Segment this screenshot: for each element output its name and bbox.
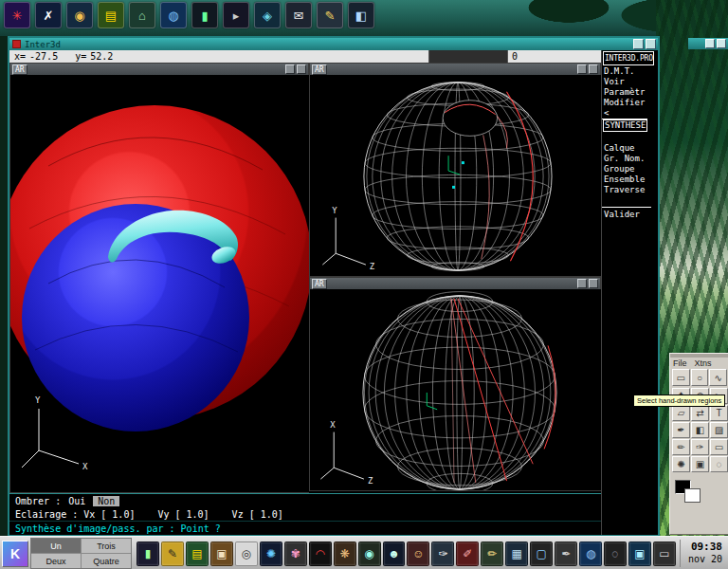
vz-value[interactable]: Vz [ 1.0] [232, 509, 283, 520]
menu-item-ensemble[interactable]: Ensemble [602, 174, 655, 185]
books-icon[interactable]: ▤ [186, 541, 209, 566]
text-tool[interactable]: T [710, 405, 728, 421]
pencil-tool[interactable]: ✏ [672, 439, 690, 455]
background-window-titlebar[interactable] [688, 38, 728, 49]
menu-item-gr-nom[interactable]: Gr. Nom. [602, 154, 655, 164]
viewport-wire-front-header[interactable]: AR [310, 64, 600, 75]
color-picker-tool[interactable]: ✒ [672, 422, 690, 438]
paint-icon[interactable]: ◧ [348, 2, 374, 28]
eraser-tool[interactable]: ▭ [710, 439, 728, 455]
ombrer-option-non[interactable]: Non [93, 496, 119, 506]
workspace-trois[interactable]: Trois [82, 539, 131, 553]
gimp-toolbox-window: File Xtns ▭○∿ ✥⊕✂▱⇄T✒◧▨✏✑▭✺▣◌ [669, 353, 728, 535]
menu-item-valider[interactable]: Valider [602, 207, 651, 220]
titlebar[interactable]: Inter3d [9, 38, 658, 50]
minimize-icon[interactable] [705, 39, 715, 48]
menu-item-synthese[interactable]: SYNTHESE [603, 119, 647, 132]
bucket-fill-tool[interactable]: ◧ [691, 422, 709, 438]
iconify-button[interactable] [633, 39, 644, 49]
viewport-minimize-icon[interactable] [285, 64, 295, 74]
workspace-un[interactable]: Un [31, 539, 81, 553]
axis-triad [22, 409, 79, 468]
maximize-button[interactable] [646, 39, 656, 49]
airbrush-tool[interactable]: ✺ [672, 456, 690, 472]
display-icon[interactable]: ▢ [530, 541, 553, 566]
shaded-3d-canvas[interactable]: Y X [10, 75, 310, 492]
workspace-deux[interactable]: Deux [31, 554, 81, 568]
picker-icon[interactable]: ✒ [555, 541, 577, 566]
viewport-minimize-icon[interactable] [577, 64, 587, 74]
menu-item-voir[interactable]: Voir [602, 77, 655, 87]
ombrer-option-oui[interactable]: Oui [66, 496, 87, 506]
mascot-icon[interactable]: ◉ [66, 2, 93, 28]
wireframe-front-canvas[interactable]: Y Z [310, 75, 602, 276]
package-icon[interactable]: ▣ [210, 541, 233, 566]
taskbar: K UnDeuxTroisQuatre ▮✎▤▣◎✺✾◠❋◉☻☺✑✐✏▦▢✒◍◌… [0, 536, 728, 569]
gimp-menu-xtns[interactable]: Xtns [695, 358, 712, 368]
workspace-quatre[interactable]: Quatre [82, 554, 131, 568]
viewport-maximize-icon[interactable] [297, 64, 306, 74]
cd-icon[interactable]: ◌ [604, 541, 627, 566]
menu-item-separator[interactable]: < [602, 108, 647, 119]
wireframe-top-canvas[interactable]: X Z [310, 289, 602, 490]
books-icon[interactable]: ▤ [98, 2, 124, 28]
network-icon[interactable]: ◈ [254, 2, 281, 28]
ghost-icon[interactable]: ☻ [383, 541, 406, 566]
vy-value[interactable]: Vy [ 1.0] [157, 509, 209, 520]
viewport-maximize-icon[interactable] [589, 64, 598, 74]
editor-icon[interactable]: ✎ [317, 2, 343, 28]
molecule-icon[interactable]: ✺ [260, 541, 282, 566]
notes-icon[interactable]: ✎ [161, 541, 184, 566]
x-window-icon[interactable]: ✗ [35, 2, 62, 28]
maximize-icon[interactable] [717, 39, 726, 48]
viewport-minimize-icon[interactable] [577, 279, 587, 288]
convolve-tool[interactable]: ◌ [710, 456, 728, 472]
globe-icon[interactable]: ◍ [579, 541, 602, 566]
terminal-icon[interactable]: ▮ [191, 2, 218, 28]
menu-item-calque[interactable]: Calque [602, 143, 655, 154]
viewport-shaded-header[interactable]: AR [10, 64, 308, 75]
monitor-icon[interactable]: ▣ [628, 541, 651, 566]
terminal-icon[interactable]: ▮ [136, 541, 159, 566]
menu-item-groupe[interactable]: Groupe [602, 164, 655, 174]
media-player-icon[interactable]: ▸ [223, 2, 249, 28]
globe-icon[interactable]: ◍ [160, 2, 187, 28]
vx-value[interactable]: Vx [ 1.0] [83, 509, 135, 520]
start-menu-icon[interactable]: K [2, 541, 28, 567]
background-color[interactable] [684, 488, 701, 503]
eye-icon[interactable]: ◉ [358, 541, 381, 566]
pencil-icon[interactable]: ✏ [481, 541, 503, 566]
rainbow-icon[interactable]: ◠ [309, 541, 332, 566]
mail-icon[interactable]: ✉ [285, 2, 312, 28]
menu-item-traverse[interactable]: Traverse [602, 185, 655, 195]
viewport-maximize-icon[interactable] [589, 279, 598, 288]
pinwheel-icon[interactable]: ✳ [4, 2, 30, 28]
calculator-icon[interactable]: ▦ [505, 541, 528, 566]
menu-item-param-tr[interactable]: Paramètr [602, 87, 655, 98]
pen-icon[interactable]: ✑ [431, 541, 454, 566]
free-select-tool[interactable]: ∿ [709, 369, 727, 386]
y-label: y= [75, 51, 86, 62]
taskbar-icon-row: ▮✎▤▣◎✺✾◠❋◉☻☺✑✐✏▦▢✒◍◌▣▭ [136, 541, 676, 566]
home-icon[interactable]: ⌂ [129, 2, 155, 28]
window-menu-icon[interactable] [12, 40, 21, 48]
gimp-menu-file[interactable]: File [673, 358, 687, 368]
menu-item-modifier[interactable]: Modifier [602, 98, 655, 108]
paintbrush-tool[interactable]: ✑ [691, 439, 709, 455]
paw-icon[interactable]: ❋ [334, 541, 356, 566]
printer-icon[interactable]: ▭ [653, 541, 676, 566]
viewport-wire-front: AR [309, 63, 601, 277]
command-prompt[interactable]: Synthèse d'image/pass. par : Point ? [9, 521, 601, 535]
rect-select-tool[interactable]: ▭ [672, 369, 690, 386]
marker-icon[interactable]: ✐ [456, 541, 479, 566]
clone-tool[interactable]: ▣ [691, 456, 709, 472]
faces-icon[interactable]: ☺ [407, 541, 429, 566]
transform-tool[interactable]: ▱ [672, 405, 690, 421]
search-icon[interactable]: ◎ [235, 541, 258, 566]
flip-tool[interactable]: ⇄ [691, 405, 709, 421]
menu-item-d-m-t[interactable]: D.M.T. [602, 66, 655, 77]
palette-icon[interactable]: ✾ [284, 541, 307, 566]
ellipse-select-tool[interactable]: ○ [691, 369, 709, 386]
viewport-wire-top-header[interactable]: AR [310, 278, 600, 289]
gradient-tool[interactable]: ▨ [710, 422, 728, 438]
